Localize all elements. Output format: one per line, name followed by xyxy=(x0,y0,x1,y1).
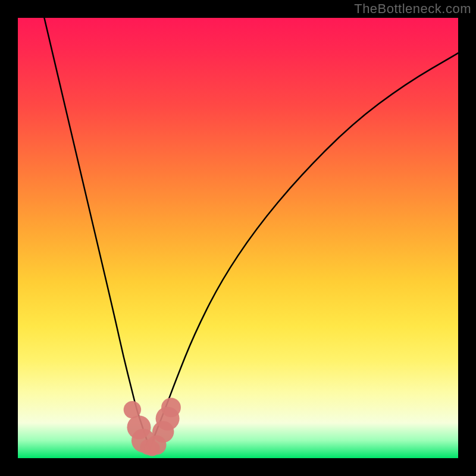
plot-area xyxy=(18,18,458,458)
curve-svg xyxy=(18,18,458,458)
marker-group xyxy=(124,398,181,456)
watermark-text: TheBottleneck.com xyxy=(354,1,471,17)
curve-right-branch xyxy=(150,53,458,449)
data-marker xyxy=(161,398,181,418)
chart-frame: TheBottleneck.com xyxy=(0,0,476,476)
curve-left-branch xyxy=(44,18,150,449)
